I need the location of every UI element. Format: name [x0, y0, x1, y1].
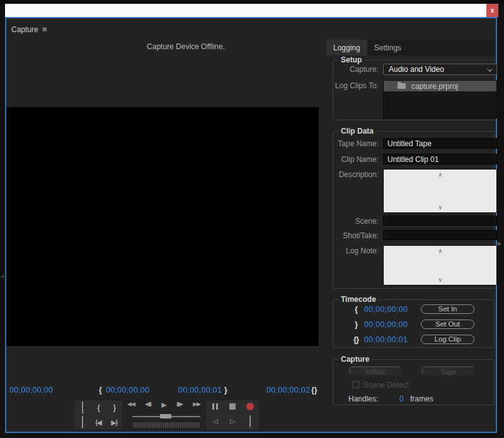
stop-icon[interactable] — [229, 403, 236, 410]
handles-label: Handles: — [348, 395, 378, 403]
app-background: x ▶ ◀ Capture ≡ Capture Device Offline. … — [0, 0, 504, 438]
video-preview — [6, 107, 319, 346]
step-forward-icon[interactable]: ▮▶ — [176, 401, 183, 408]
in-marker-icon: { — [99, 386, 102, 395]
record-icon[interactable] — [246, 403, 254, 410]
capture-group-title: Capture — [338, 355, 372, 364]
set-out-button[interactable]: Set Out — [421, 320, 474, 329]
tape-name-input[interactable] — [383, 138, 497, 149]
right-panel-tabbar: Logging Settings — [326, 40, 495, 55]
duration-timecode: 00;00;00;02 — [266, 386, 310, 395]
log-clips-selected-row[interactable]: capture.prproj — [384, 81, 496, 91]
scene-label: Scene: — [333, 217, 379, 226]
transport-record-group: ◁ ▷ — [206, 400, 259, 430]
in-point-timecode[interactable]: 00;00;00;00 — [364, 305, 408, 314]
current-timecode: 00;00;00;00 — [9, 386, 53, 395]
shot-take-label: Shot/Take: — [333, 231, 379, 240]
pause-icon[interactable] — [212, 403, 218, 410]
device-offline-message: Capture Device Offline. — [32, 42, 340, 51]
log-clips-project-name: capture.prproj — [411, 82, 458, 91]
rewind-icon[interactable]: ◀◀ — [127, 401, 135, 408]
out-point-icon: } — [350, 320, 362, 329]
edge-scroll-right-icon[interactable]: ▶ — [498, 241, 501, 246]
capture-label: Capture: — [333, 65, 379, 74]
set-in-button[interactable]: Set In — [421, 304, 474, 314]
duration-icon: {} — [350, 335, 362, 344]
chevron-down-icon — [487, 67, 492, 72]
capture-in-from-timeline-icon[interactable]: ← — [82, 417, 83, 428]
shuttle-slider[interactable] — [132, 414, 200, 419]
out-timecode: 00;00;00;01 — [178, 386, 222, 395]
set-in-icon[interactable]: { — [97, 403, 100, 412]
log-note-scroll-up-icon[interactable]: ∧ — [438, 248, 442, 254]
scene-detect-label: Scene Detect — [364, 381, 409, 389]
handles-value[interactable]: 0 — [399, 395, 404, 403]
capture-tape-button[interactable]: Tape — [421, 366, 475, 376]
capture-in-out-button[interactable]: In/Out — [348, 366, 402, 376]
slow-reverse-icon[interactable]: ◁ — [212, 418, 217, 425]
shot-take-input[interactable] — [383, 230, 497, 240]
clip-name-label: Clip Name: — [333, 155, 379, 164]
os-titlebar — [5, 4, 498, 17]
slow-play-icon[interactable]: ▷ — [230, 418, 234, 425]
transport-mark-group: → { } ← {◀ ▶} — [74, 400, 122, 430]
description-scroll-down-icon[interactable]: ∨ — [438, 204, 442, 210]
timecode-group: Timecode { 00;00;00;00 Set In } 00;00;00… — [333, 299, 495, 348]
log-duration-timecode[interactable]: 00;00;00;01 — [364, 335, 408, 344]
tape-name-label: Tape Name: — [333, 139, 379, 148]
fast-forward-icon[interactable]: ▶▶ — [193, 401, 200, 408]
setup-group: Setup Capture: Audio and Video Log Clips… — [333, 60, 495, 120]
step-back-icon[interactable]: ◀▮ — [145, 401, 151, 408]
play-icon[interactable]: ▶ — [161, 401, 166, 408]
capture-dropdown[interactable]: Audio and Video — [383, 64, 497, 75]
capture-window: Capture ≡ Capture Device Offline. 00;00;… — [5, 17, 497, 433]
out-point-timecode[interactable]: 00;00;00;00 — [364, 320, 408, 329]
panel-tab-capture[interactable]: Capture — [11, 25, 38, 34]
scene-detect-checkbox[interactable] — [352, 381, 359, 388]
folder-icon — [398, 83, 406, 89]
tab-settings[interactable]: Settings — [367, 40, 408, 55]
in-point-icon: { — [350, 304, 362, 314]
scene-input[interactable] — [383, 216, 497, 226]
capture-out-to-timeline-icon[interactable]: → — [82, 402, 83, 413]
close-button[interactable]: x — [486, 4, 498, 17]
goto-in-icon[interactable]: {◀ — [95, 419, 101, 426]
edge-scroll-left-icon[interactable]: ◀ — [0, 274, 4, 279]
clip-name-input[interactable] — [383, 154, 497, 164]
shuttle-handle[interactable] — [160, 414, 171, 418]
tab-logging[interactable]: Logging — [326, 40, 367, 55]
timecode-group-title: Timecode — [338, 295, 379, 304]
jog-wheel[interactable] — [132, 422, 200, 429]
handles-unit: frames — [410, 395, 433, 403]
goto-out-icon[interactable]: ▶} — [112, 419, 118, 426]
scene-clapper-icon[interactable] — [249, 416, 251, 427]
description-scroll-up-icon[interactable]: ∧ — [438, 171, 442, 178]
log-note-label: Log Note: — [333, 246, 379, 255]
capture-group: Capture In/Out Tape Scene Detect Handles… — [333, 359, 495, 405]
set-out-icon[interactable]: } — [113, 403, 115, 412]
panel-menu-icon[interactable]: ≡ — [42, 25, 47, 34]
transport-play-group: ◀◀ ◀▮ ▶ ▮▶ ▶▶ — [127, 401, 200, 408]
clip-data-group-title: Clip Data — [338, 127, 376, 135]
capture-dropdown-value: Audio and Video — [389, 65, 444, 74]
description-label: Description: — [333, 170, 379, 179]
out-marker-icon: } — [224, 386, 227, 395]
log-clips-list: capture.prproj — [383, 80, 497, 118]
log-clip-button[interactable]: Log Clip — [421, 335, 474, 344]
log-clips-label: Log Clips To: — [333, 81, 379, 90]
clip-data-group: Clip Data Tape Name: Clip Name: Descript… — [333, 131, 495, 289]
in-timecode: 00;00;00;00 — [106, 386, 149, 395]
duration-marker-icon: {} — [311, 386, 317, 395]
log-note-scroll-down-icon[interactable]: ∨ — [438, 277, 442, 283]
setup-group-title: Setup — [338, 55, 364, 64]
